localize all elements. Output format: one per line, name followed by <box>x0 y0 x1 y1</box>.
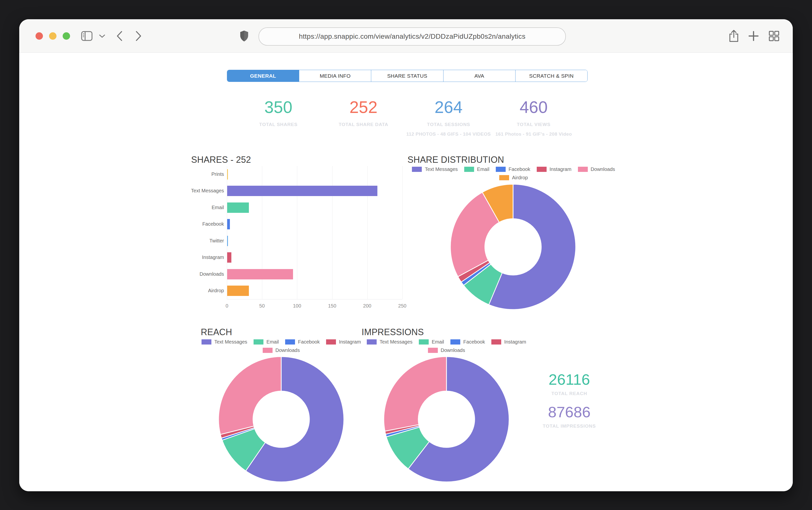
legend-swatch <box>537 167 547 172</box>
sidebar-menu-chevron[interactable] <box>97 19 107 53</box>
share-button[interactable] <box>727 19 741 53</box>
grid-icon <box>768 31 779 41</box>
reach-donut-chart <box>218 356 344 482</box>
back-button[interactable] <box>113 19 126 53</box>
category-label: Facebook <box>187 221 224 227</box>
category-label: Twitter <box>187 238 224 244</box>
legend-swatch <box>419 339 429 344</box>
bar-prints <box>227 169 228 180</box>
legend-label: Instagram <box>550 167 572 172</box>
share-distribution-legend: Text MessagesEmailFacebookInstagramDownl… <box>407 166 619 181</box>
x-axis-tick: 100 <box>293 303 301 309</box>
plus-icon <box>748 31 759 41</box>
stat-value: 460 <box>520 99 548 115</box>
stat-label: TOTAL SHARES <box>259 122 297 127</box>
zoom-window-button[interactable] <box>63 32 70 40</box>
x-axis-tick: 250 <box>398 303 406 309</box>
legend-label: Facebook <box>463 339 485 345</box>
address-bar[interactable]: https://app.snappic.com/view/analytics/v… <box>259 27 566 46</box>
legend-swatch <box>412 167 422 172</box>
legend-item-downloads[interactable]: Downloads <box>578 166 615 172</box>
legend-item-instagram[interactable]: Instagram <box>491 339 526 345</box>
legend-item-facebook[interactable]: Facebook <box>451 339 485 345</box>
legend-label: Facebook <box>298 339 320 345</box>
stat-sublabel: 112 PHOTOS - 48 GIFS - 104 VIDEOS <box>406 131 491 137</box>
bar-text-messages <box>227 186 377 196</box>
browser-toolbar: https://app.snappic.com/view/analytics/v… <box>19 19 793 53</box>
shield-icon <box>239 30 249 42</box>
stat-value: 350 <box>264 99 292 115</box>
stat-value: 264 <box>435 99 463 115</box>
legend-label: Email <box>432 339 444 345</box>
analytics-page: GENERALMEDIA INFOSHARE STATUSAVASCRATCH … <box>19 53 793 491</box>
browser-window: https://app.snappic.com/view/analytics/v… <box>19 19 793 491</box>
tab-media-info[interactable]: MEDIA INFO <box>299 70 371 82</box>
address-bar-url: https://app.snappic.com/view/analytics/v… <box>299 33 525 40</box>
legend-item-email[interactable]: Email <box>464 166 489 172</box>
analytics-tab-bar: GENERALMEDIA INFOSHARE STATUSAVASCRATCH … <box>227 70 587 82</box>
tab-overview-button[interactable] <box>766 19 781 53</box>
sidebar-toggle-button[interactable] <box>80 19 93 53</box>
x-axis-tick: 0 <box>226 303 228 309</box>
close-window-button[interactable] <box>35 32 43 40</box>
legend-swatch <box>491 339 501 344</box>
reach-chart-title: REACH <box>201 327 232 337</box>
legend-swatch <box>499 175 509 180</box>
legend-item-downloads[interactable]: Downloads <box>428 347 465 353</box>
legend-label: Text Messages <box>214 339 247 345</box>
bar-twitter <box>227 236 228 246</box>
legend-item-email[interactable]: Email <box>419 339 444 345</box>
legend-item-text-messages[interactable]: Text Messages <box>412 166 458 172</box>
legend-item-instagram[interactable]: Instagram <box>537 166 572 172</box>
legend-swatch <box>326 339 336 344</box>
tab-scratch-spin[interactable]: SCRATCH & SPIN <box>516 70 587 82</box>
x-axis-tick: 50 <box>259 303 265 309</box>
legend-swatch <box>263 348 272 353</box>
sidebar-icon <box>81 31 92 41</box>
legend-item-downloads[interactable]: Downloads <box>263 347 300 353</box>
legend-label: Downloads <box>591 167 615 172</box>
stat-label: TOTAL SHARE DATA <box>339 122 388 127</box>
legend-item-facebook[interactable]: Facebook <box>285 339 320 345</box>
legend-label: Text Messages <box>380 339 412 345</box>
category-label: Prints <box>187 171 224 177</box>
bar-instagram <box>227 252 231 263</box>
tab-general[interactable]: GENERAL <box>227 70 299 82</box>
legend-item-text-messages[interactable]: Text Messages <box>202 339 247 345</box>
legend-item-text-messages[interactable]: Text Messages <box>367 339 412 345</box>
share-distribution-title: SHARE DISTRIBUTION <box>407 155 504 165</box>
chevron-left-icon <box>116 31 123 41</box>
stat-total-views: 460TOTAL VIEWS161 Photos - 91 GIF's - 20… <box>491 99 576 137</box>
legend-swatch <box>451 339 460 344</box>
bar-downloads <box>227 269 293 279</box>
stat-label: TOTAL SESSIONS <box>427 122 470 127</box>
legend-label: Email <box>477 167 489 172</box>
gridline <box>402 166 403 299</box>
legend-item-instagram[interactable]: Instagram <box>326 339 361 345</box>
impressions-chart-title: IMPRESSIONS <box>361 327 424 337</box>
tab-ava[interactable]: AVA <box>443 70 516 82</box>
total-impressions-value: 87686 <box>515 404 624 420</box>
stat-total-shares: 350TOTAL SHARES <box>236 99 321 137</box>
new-tab-button[interactable] <box>746 19 761 53</box>
forward-button[interactable] <box>132 19 146 53</box>
legend-label: Instagram <box>504 339 526 345</box>
chevron-down-icon <box>99 34 105 38</box>
bar-email <box>227 203 249 213</box>
stat-sublabel: 161 Photos - 91 GIF's - 208 Video <box>496 131 572 137</box>
tab-share-status[interactable]: SHARE STATUS <box>371 70 443 82</box>
reach-legend: Text MessagesEmailFacebookInstagramDownl… <box>201 339 361 353</box>
legend-label: Email <box>266 339 279 345</box>
legend-item-email[interactable]: Email <box>254 339 279 345</box>
legend-label: Text Messages <box>425 167 458 172</box>
stat-total-sessions: 264TOTAL SESSIONS112 PHOTOS - 48 GIFS - … <box>406 99 491 137</box>
share-distribution-donut-chart <box>450 184 576 310</box>
legend-item-facebook[interactable]: Facebook <box>496 166 530 172</box>
legend-swatch <box>428 348 438 353</box>
bar-facebook <box>227 219 230 229</box>
legend-item-airdrop[interactable]: Airdrop <box>499 175 528 181</box>
legend-label: Instagram <box>339 339 361 345</box>
minimize-window-button[interactable] <box>49 32 57 40</box>
legend-swatch <box>578 167 588 172</box>
privacy-report-button[interactable] <box>238 19 251 53</box>
